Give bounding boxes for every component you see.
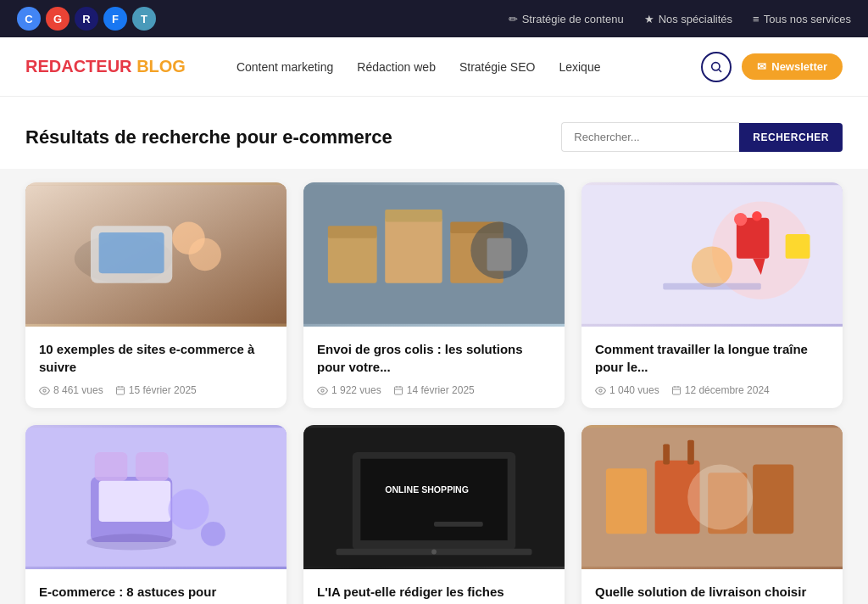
- svg-rect-44: [95, 452, 128, 481]
- svg-rect-74: [687, 440, 694, 465]
- svg-point-0: [712, 62, 720, 70]
- article-title-2: Comment travailler la longue traîne pour…: [595, 340, 829, 376]
- search-button[interactable]: RECHERCHER: [739, 123, 843, 152]
- article-title-1: Envoi de gros colis : les solutions pour…: [317, 340, 551, 376]
- svg-rect-16: [385, 218, 442, 283]
- article-title-5: Quelle solution de livraison choisir pou…: [595, 583, 829, 604]
- svg-rect-19: [385, 210, 442, 221]
- svg-rect-46: [99, 481, 171, 522]
- menu-icon: ≡: [753, 13, 760, 25]
- svg-point-72: [687, 465, 753, 530]
- article-image-3: [25, 425, 287, 569]
- article-title-0: 10 exemples de sites e-commerce à suivre: [39, 340, 273, 376]
- logo-text-orange: BLOG: [136, 57, 186, 76]
- articles-grid: 10 exemples de sites e-commerce à suivre…: [25, 182, 843, 604]
- header: REDACTEUR BLOG Content marketing Rédacti…: [0, 37, 868, 97]
- svg-point-60: [431, 550, 437, 555]
- svg-point-37: [599, 389, 602, 391]
- article-image-5: [581, 425, 843, 569]
- logo[interactable]: REDACTEUR BLOG: [25, 57, 186, 76]
- article-image-1: [303, 182, 565, 327]
- article-meta-2: 1 040 vues 12 décembre 2024: [595, 384, 829, 396]
- svg-rect-6: [99, 232, 164, 273]
- newsletter-button[interactable]: ✉ Newsletter: [742, 53, 843, 80]
- svg-rect-22: [487, 238, 512, 271]
- header-nav: Content marketing Rédaction web Stratégi…: [236, 60, 601, 74]
- articles-container: 10 exemples de sites e-commerce à suivre…: [0, 169, 868, 604]
- search-icon-button[interactable]: [701, 52, 732, 82]
- article-views-0: 8 461 vues: [39, 384, 103, 396]
- article-card-0[interactable]: 10 exemples de sites e-commerce à suivre…: [25, 182, 287, 408]
- article-card-4[interactable]: ONLINE SHOPPING L'IA peut-elle rédiger l…: [303, 425, 565, 604]
- nav-redaction-web[interactable]: Rédaction web: [357, 60, 436, 74]
- article-card-3[interactable]: E-commerce : 8 astuces pour améliorer le…: [25, 425, 287, 604]
- search-results-title: Résultats de recherche pour e-commerce: [25, 126, 392, 148]
- svg-point-49: [86, 534, 176, 550]
- svg-text:ONLINE SHOPPING: ONLINE SHOPPING: [385, 484, 469, 495]
- icon-google[interactable]: G: [46, 7, 70, 31]
- icon-redacteur[interactable]: R: [75, 7, 98, 31]
- svg-point-32: [734, 213, 747, 226]
- svg-point-23: [321, 389, 324, 391]
- icon-twitter[interactable]: T: [132, 7, 156, 31]
- svg-line-1: [719, 70, 721, 72]
- svg-rect-24: [394, 387, 402, 394]
- topbar-specialites-link[interactable]: ★ Nos spécialités: [644, 13, 732, 25]
- article-title-4: L'IA peut-elle rédiger les fiches produi…: [317, 583, 551, 604]
- svg-rect-18: [328, 226, 377, 238]
- nav-strategie-seo[interactable]: Stratégie SEO: [459, 60, 536, 74]
- article-image-4: ONLINE SHOPPING: [303, 425, 565, 569]
- svg-point-8: [189, 238, 222, 271]
- article-views-2: 1 040 vues: [595, 384, 659, 396]
- nav-lexique[interactable]: Lexique: [559, 60, 600, 74]
- svg-rect-38: [672, 387, 680, 394]
- svg-rect-71: [753, 465, 793, 534]
- star-icon: ★: [644, 13, 654, 25]
- icon-chrome[interactable]: C: [17, 7, 41, 31]
- topbar-strategie-link[interactable]: ✏ Stratégie de contenu: [509, 13, 624, 25]
- top-bar: C G R F T ✏ Stratégie de contenu ★ Nos s…: [0, 0, 868, 37]
- svg-point-47: [168, 489, 209, 529]
- top-bar-icons: C G R F T: [17, 7, 156, 31]
- article-image-2: [581, 182, 843, 327]
- top-bar-nav: ✏ Stratégie de contenu ★ Nos spécialités…: [509, 13, 851, 25]
- article-meta-1: 1 922 vues 14 février 2025: [317, 384, 551, 396]
- search-input[interactable]: [561, 122, 739, 152]
- search-section: Résultats de recherche pour e-commerce R…: [0, 97, 868, 169]
- svg-rect-36: [663, 283, 761, 290]
- svg-rect-68: [606, 468, 647, 534]
- svg-rect-45: [136, 452, 169, 481]
- svg-point-33: [752, 211, 762, 221]
- svg-point-9: [43, 389, 46, 391]
- article-date-1: 14 février 2025: [393, 384, 475, 396]
- svg-rect-73: [663, 444, 670, 464]
- article-image-0: [25, 182, 287, 327]
- article-meta-0: 8 461 vues 15 février 2025: [39, 384, 273, 396]
- topbar-services-link[interactable]: ≡ Tous nos services: [753, 13, 851, 25]
- article-date-0: 15 février 2025: [115, 384, 197, 396]
- logo-text-red: REDACTEUR: [25, 57, 132, 76]
- article-card-5[interactable]: Quelle solution de livraison choisir pou…: [581, 425, 843, 604]
- icon-facebook[interactable]: F: [103, 7, 127, 31]
- envelope-icon: ✉: [757, 60, 766, 73]
- article-date-2: 12 décembre 2024: [671, 384, 770, 396]
- svg-point-35: [692, 246, 732, 287]
- article-views-1: 1 922 vues: [317, 384, 381, 396]
- svg-rect-34: [786, 234, 810, 259]
- svg-point-48: [201, 522, 225, 546]
- article-title-3: E-commerce : 8 astuces pour améliorer le…: [39, 583, 273, 604]
- article-card-1[interactable]: Envoi de gros colis : les solutions pour…: [303, 182, 565, 408]
- svg-rect-61: [434, 522, 483, 527]
- nav-content-marketing[interactable]: Content marketing: [236, 60, 333, 74]
- search-form: RECHERCHER: [561, 122, 843, 152]
- article-card-2[interactable]: Comment travailler la longue traîne pour…: [581, 182, 843, 408]
- pencil-icon: ✏: [509, 13, 518, 25]
- svg-rect-57: [360, 459, 507, 540]
- header-actions: ✉ Newsletter: [701, 52, 843, 82]
- svg-rect-10: [116, 387, 124, 394]
- svg-rect-15: [328, 234, 377, 283]
